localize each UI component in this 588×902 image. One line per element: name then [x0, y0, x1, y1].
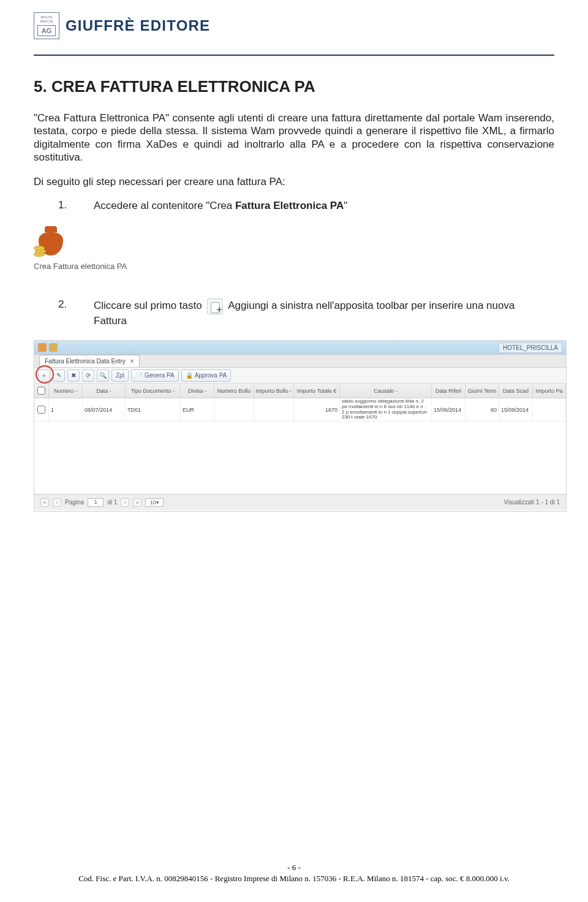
user-icon[interactable] — [38, 343, 47, 352]
moneybag-icon — [34, 220, 67, 257]
app-titlebar: HOTEL_PRISCILLA — [34, 341, 566, 354]
add-button[interactable]: ＋ — [38, 370, 50, 382]
grid-header: Numero - Data - Tipo Documento - Divisa … — [34, 384, 566, 398]
app-screenshot: HOTEL_PRISCILLA Fattura Elettronica Data… — [34, 340, 567, 512]
pager-summary: Visualizzati 1 - 1 di 1 — [503, 499, 560, 506]
page-number: - 6 - — [0, 863, 588, 873]
toolbar: ＋ ✎ ✖ ⟳ 🔍 Zpl 📄Genera PA 🔒Approva PA — [34, 368, 566, 384]
step-2: 2. Cliccare sul primo tasto Aggiungi a s… — [58, 298, 554, 328]
col-data[interactable]: Data - — [83, 384, 126, 398]
step-1: 1. Accedere al contenitore "Crea Fattura… — [58, 199, 554, 213]
tab-label: Fattura Elettronica Data Entry — [45, 358, 126, 365]
col-ipa[interactable]: Importo Pa — [533, 384, 566, 398]
tab-strip: Fattura Elettronica Data Entry × — [34, 354, 566, 368]
col-checkbox[interactable] — [34, 384, 49, 398]
grid-body: 1 08/07/2014 TD01 EUR 1670 saldo soggior… — [34, 398, 566, 494]
search-button[interactable]: 🔍 — [97, 370, 109, 382]
pager-last-icon[interactable]: » — [133, 498, 141, 507]
grid-empty-space — [34, 422, 566, 494]
steps-lead: Di seguito gli step necessari per creare… — [34, 176, 554, 188]
cell-ipa — [533, 398, 566, 421]
add-icon — [207, 298, 223, 314]
cell-causale: saldo soggiorno delegazione libia n. 2 p… — [340, 398, 432, 421]
cell-datascad: 15/08/2014 — [499, 398, 533, 421]
edit-button[interactable]: ✎ — [53, 370, 65, 382]
steps-list: 1. Accedere al contenitore "Crea Fattura… — [34, 199, 554, 213]
page-footer: - 6 - Cod. Fisc. e Part. I.V.A. n. 00829… — [0, 863, 588, 884]
cell-divisa: EUR — [181, 398, 214, 421]
logo-ag: AG — [37, 25, 56, 36]
step-text-line2: Fattura — [94, 314, 554, 328]
step-number: 2. — [58, 298, 69, 311]
cell-numero: 1 — [49, 398, 83, 421]
col-causale[interactable]: Causale - — [340, 384, 432, 398]
intro-paragraph: "Crea Fattura Elettronica PA" consente a… — [34, 112, 554, 164]
cell-data: 08/07/2014 — [83, 398, 126, 421]
col-divisa[interactable]: Divisa - — [181, 384, 214, 398]
close-icon[interactable]: × — [130, 358, 134, 365]
refresh-button[interactable]: ⟳ — [82, 370, 94, 382]
cell-datarif: 15/06/2014 — [432, 398, 466, 421]
steps-list-2: 2. Cliccare sul primo tasto Aggiungi a s… — [34, 298, 554, 328]
col-datarif[interactable]: Data Riferi — [432, 384, 466, 398]
col-nbollo[interactable]: Numero Bollo — [214, 384, 254, 398]
document-header: MVLTA PAVCIS AG GIUFFRÈ EDITORE — [34, 12, 554, 39]
cell-nbollo — [214, 398, 254, 421]
pager: « ‹ Pagina 1 di 1 › » 10 ▾ Visualizzati … — [34, 494, 566, 510]
step-number: 1. — [58, 199, 69, 211]
moneybag-label: Crea Fattura elettonica PA — [34, 262, 554, 271]
footer-legal: Cod. Fisc. e Part. I.V.A. n. 00829840156… — [0, 874, 588, 884]
pager-next-icon[interactable]: › — [121, 498, 129, 507]
col-itot[interactable]: Importo Totale € — [294, 384, 340, 398]
pager-size-select[interactable]: 10 ▾ — [145, 498, 164, 507]
approva-pa-button[interactable]: 🔒Approva PA — [181, 370, 232, 382]
cell-ibollo — [254, 398, 294, 421]
logo-small-text: PAVCIS — [40, 20, 53, 24]
row-checkbox[interactable] — [37, 406, 45, 414]
select-all-checkbox[interactable] — [37, 387, 45, 395]
cell-itot: 1670 — [294, 398, 340, 421]
col-tipo[interactable]: Tipo Documento - — [126, 384, 181, 398]
cell-giorni: 60 — [466, 398, 499, 421]
table-row[interactable]: 1 08/07/2014 TD01 EUR 1670 saldo soggior… — [34, 398, 566, 422]
header-rule — [34, 55, 554, 56]
delete-button[interactable]: ✖ — [67, 370, 80, 382]
col-ibollo[interactable]: Importo Bollo - — [254, 384, 294, 398]
col-numero[interactable]: Numero - — [49, 384, 83, 398]
account-badge: HOTEL_PRISCILLA — [499, 343, 562, 353]
pager-prev-icon[interactable]: ‹ — [53, 498, 61, 507]
logo-badge: MVLTA PAVCIS AG — [34, 12, 59, 39]
col-datascad[interactable]: Data Scad — [499, 384, 533, 398]
col-giorni[interactable]: Giorni Term — [466, 384, 499, 398]
section-title: 5. CREA FATTURA ELETTRONICA PA — [34, 77, 554, 96]
tab-fattura-entry[interactable]: Fattura Elettronica Data Entry × — [39, 355, 140, 367]
step-text: Accedere al contenitore "Crea Fattura El… — [94, 199, 554, 213]
cell-tipo: TD01 — [126, 398, 181, 421]
pager-label: Pagina — [65, 499, 84, 506]
pager-first-icon[interactable]: « — [40, 498, 49, 507]
genera-pa-button[interactable]: 📄Genera PA — [131, 370, 179, 382]
brand-name: GIUFFRÈ EDITORE — [66, 17, 210, 34]
logo-small-text: MVLTA — [40, 15, 52, 20]
pager-current-input[interactable]: 1 — [88, 498, 104, 507]
step-text: Cliccare sul primo tasto Aggiungi a sini… — [94, 298, 554, 314]
pager-total: di 1 — [107, 499, 117, 506]
home-icon[interactable] — [49, 343, 58, 352]
zpl-button[interactable]: Zpl — [111, 370, 129, 382]
